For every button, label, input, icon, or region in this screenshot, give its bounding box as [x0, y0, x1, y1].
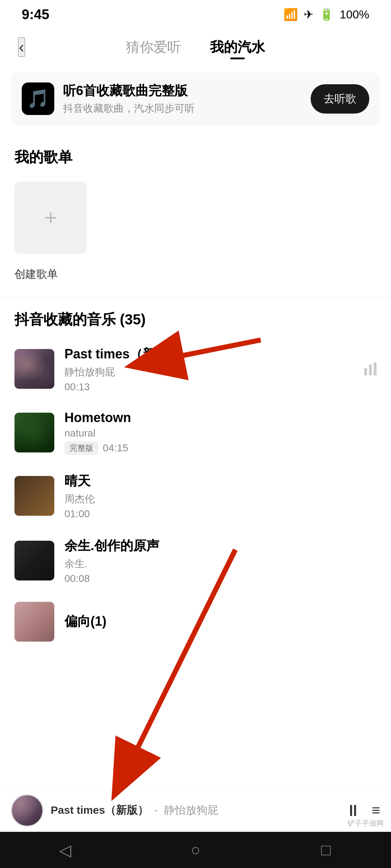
bottom-player: Past times（新版） - 静怡放狗屁 ⏸ ≡	[0, 788, 391, 832]
playlist-grid: +	[0, 174, 391, 261]
my-playlist-title: 我的歌单	[0, 133, 391, 174]
status-bar: 9:45 📶 ✈ 🔋 100%	[0, 0, 391, 29]
player-avatar	[11, 794, 43, 827]
battery-text: 100%	[340, 8, 369, 21]
pause-button[interactable]: ⏸	[345, 801, 361, 820]
song-info-yusei: 余生.创作的原声 余生. 00:08	[64, 537, 377, 584]
song-info-past-times: Past times（新版） 静怡放狗屁 00:13	[64, 345, 354, 393]
plus-icon: +	[44, 205, 57, 230]
watermark: 铲子手游网	[348, 818, 384, 828]
song-info-hometown: Hometown natural 完整版 04:15	[64, 410, 377, 455]
song-name-sunny: 晴天	[64, 472, 377, 490]
wifi-icon: 📶	[283, 8, 298, 21]
playlist-button[interactable]: ≡	[372, 802, 380, 818]
tab-guess[interactable]: 猜你爱听	[126, 38, 181, 56]
song-meta-past-times: 00:13	[64, 381, 354, 393]
song-duration-past-times: 00:13	[64, 381, 90, 393]
song-info-sunny: 晴天 周杰伦 01:00	[64, 472, 377, 520]
song-item-pian[interactable]: 偏向(1)	[0, 593, 391, 650]
song-item-hometown[interactable]: Hometown natural 完整版 04:15	[0, 401, 391, 464]
song-thumb-yusei	[14, 541, 54, 580]
promo-logo: 🎵	[22, 82, 54, 115]
player-info: Past times（新版） - 静怡放狗屁	[51, 803, 338, 818]
song-item-sunny[interactable]: 晴天 周杰伦 01:00	[0, 464, 391, 528]
player-song-artist: 静怡放狗屁	[164, 804, 218, 816]
promo-subtitle: 抖音收藏歌曲，汽水同步可听	[63, 102, 302, 115]
player-song-name: Past times（新版）	[51, 804, 148, 816]
bottom-nav: ◁ ○ □	[0, 832, 391, 868]
status-time: 9:45	[22, 7, 49, 22]
status-icons: 📶 ✈ 🔋 100%	[283, 8, 369, 21]
song-thumb-sunny	[14, 476, 54, 516]
promo-logo-icon: 🎵	[27, 88, 49, 109]
playing-bars-icon	[364, 362, 377, 375]
song-item-yusei[interactable]: 余生.创作的原声 余生. 00:08	[0, 528, 391, 593]
song-artist-hometown: natural	[64, 427, 377, 439]
song-thumb-past-times	[14, 349, 54, 389]
back-button[interactable]: ‹	[18, 37, 25, 57]
song-thumb-pian	[14, 602, 54, 642]
promo-text: 听6首收藏歌曲完整版 抖音收藏歌曲，汽水同步可听	[63, 82, 302, 115]
song-action-past-times	[364, 362, 377, 375]
song-name-hometown: Hometown	[64, 410, 377, 425]
song-name-yusei: 余生.创作的原声	[64, 537, 377, 555]
song-item-past-times[interactable]: Past times（新版） 静怡放狗屁 00:13	[0, 337, 391, 401]
song-meta-sunny: 01:00	[64, 508, 377, 520]
promo-banner: 🎵 听6首收藏歌曲完整版 抖音收藏歌曲，汽水同步可听 去听歌	[11, 72, 380, 125]
song-info-pian: 偏向(1)	[64, 613, 377, 630]
song-thumb-hometown	[14, 413, 54, 452]
song-list: Past times（新版） 静怡放狗屁 00:13 Hometown natu…	[0, 337, 391, 650]
player-song-text: Past times（新版） - 静怡放狗屁	[51, 804, 218, 816]
promo-listen-button[interactable]: 去听歌	[311, 84, 369, 114]
nav-recent-button[interactable]: □	[311, 835, 340, 864]
header: ‹ 猜你爱听 我的汽水	[0, 29, 391, 65]
bar2	[369, 365, 372, 375]
nav-home-icon: ○	[191, 841, 201, 859]
song-artist-yusei: 余生.	[64, 557, 377, 571]
tab-mywater[interactable]: 我的汽水	[210, 38, 265, 56]
battery-icon: 🔋	[319, 8, 334, 21]
nav-back-button[interactable]: ◁	[51, 835, 80, 864]
airplane-icon: ✈	[304, 8, 314, 21]
song-name-past-times: Past times（新版）	[64, 345, 354, 363]
song-duration-hometown: 04:15	[103, 442, 128, 454]
header-tabs: 猜你爱听 我的汽水	[126, 38, 265, 56]
player-song-separator: -	[154, 804, 158, 816]
song-name-pian: 偏向(1)	[64, 613, 377, 630]
song-meta-hometown: 完整版 04:15	[64, 441, 377, 455]
favorites-title: 抖音收藏的音乐 (35)	[0, 297, 391, 337]
song-duration-yusei: 00:08	[64, 573, 90, 584]
create-playlist-label: 创建歌单	[0, 261, 391, 282]
bar1	[364, 368, 367, 375]
nav-recent-icon: □	[321, 841, 331, 859]
create-playlist-card[interactable]: +	[14, 182, 87, 254]
song-artist-sunny: 周杰伦	[64, 492, 377, 506]
promo-title: 听6首收藏歌曲完整版	[63, 82, 302, 99]
player-controls[interactable]: ⏸ ≡	[345, 801, 380, 820]
nav-back-icon: ◁	[59, 841, 71, 859]
song-duration-sunny: 01:00	[64, 508, 90, 520]
song-artist-past-times: 静怡放狗屁	[64, 365, 354, 379]
bar3	[374, 362, 377, 375]
song-meta-yusei: 00:08	[64, 573, 377, 584]
song-tag-hometown: 完整版	[64, 441, 98, 455]
nav-home-button[interactable]: ○	[181, 835, 210, 864]
